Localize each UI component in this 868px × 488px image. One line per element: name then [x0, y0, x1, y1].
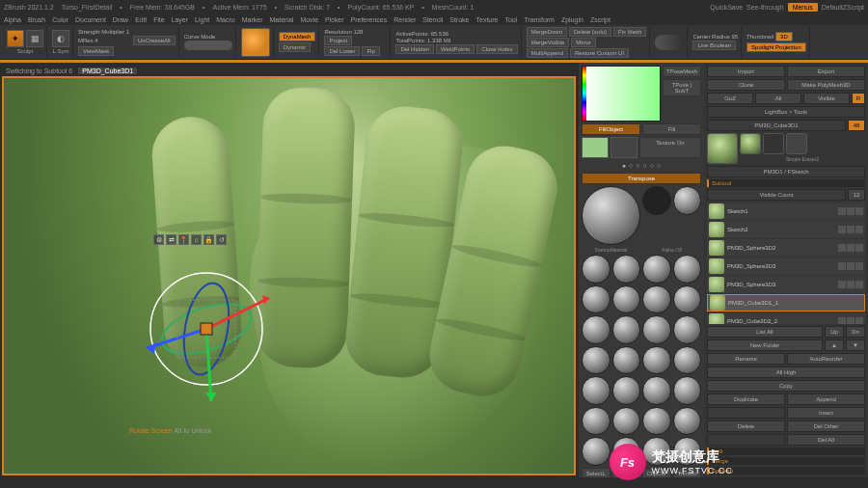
brush-preset[interactable] — [612, 346, 641, 375]
fix-mesh-button[interactable]: Fix Mesh — [613, 27, 646, 37]
flip-button[interactable]: Flp — [362, 46, 379, 56]
import-button[interactable]: Import — [707, 66, 785, 77]
brush-preset[interactable] — [612, 315, 641, 344]
thumbnail-3d-button[interactable]: 3D — [775, 32, 793, 41]
menu-transform[interactable]: Transform — [524, 16, 555, 23]
sculpt-mode-icon[interactable]: ✦ — [7, 30, 24, 47]
brush-preset[interactable] — [582, 285, 610, 314]
alpha-thumb-small[interactable] — [786, 133, 807, 154]
menu-render[interactable]: Render — [393, 16, 416, 23]
del-hidden-button[interactable]: Del Hidden — [395, 44, 434, 54]
seethrough-slider[interactable]: See-through — [746, 4, 784, 11]
menu-draw[interactable]: Draw — [113, 16, 128, 23]
newfolder-button[interactable]: New Folder — [707, 339, 823, 351]
allhigh-button[interactable]: All High — [707, 366, 865, 378]
menu-color[interactable]: Color — [52, 16, 68, 23]
dot-icon[interactable]: ○ — [657, 162, 661, 169]
brush-preset[interactable] — [612, 437, 641, 466]
brush-preset[interactable] — [612, 255, 641, 284]
brush-smooth[interactable] — [612, 407, 641, 436]
copy-button[interactable]: Copy — [707, 380, 865, 392]
goz-visible-button[interactable]: Visible — [803, 93, 850, 104]
delete-solo-button[interactable]: Delete (solo) — [569, 27, 611, 37]
eraser-thumb[interactable] — [763, 133, 784, 154]
brush-preset[interactable] — [612, 285, 641, 314]
make-polymesh-button[interactable]: Make PolyMesh3D — [787, 79, 865, 91]
menu-macro[interactable]: Macro — [216, 16, 234, 23]
subtool-item[interactable]: PM3D_Cube3D2_2 — [707, 312, 865, 324]
reset-icon[interactable]: ↺ — [216, 234, 227, 245]
fill-button[interactable]: Fill — [642, 123, 701, 135]
menu-stencil[interactable]: Stencil — [422, 16, 443, 23]
viewport-canvas[interactable]: ⚙ ⇄ 📍 ⌂ 🔒 ↺ Rotate Screen Alt to — [2, 76, 576, 475]
dynamic-button[interactable]: Dynamic — [279, 42, 311, 52]
dynamesh-preview[interactable] — [241, 28, 270, 57]
menu-preferences[interactable]: Preferences — [351, 16, 388, 23]
goz-button[interactable]: GoZ — [707, 93, 753, 104]
brush-gizmo[interactable] — [673, 407, 702, 436]
del-lower-button[interactable]: Del Lower — [324, 46, 360, 56]
project-button[interactable]: Project — [324, 36, 352, 45]
brush-preset[interactable] — [673, 285, 702, 314]
menu-layer[interactable]: Layer — [172, 16, 189, 23]
delall-button[interactable]: Del All — [787, 434, 865, 446]
arrow-down-icon[interactable]: ▼ — [846, 339, 865, 351]
brush-preset[interactable] — [642, 437, 671, 466]
subtool-item[interactable]: PM3D_Sphere3D3 — [707, 276, 865, 293]
dynamesh-button[interactable]: DynaMesh — [279, 32, 316, 41]
menu-texture[interactable]: Texture — [475, 16, 498, 23]
brush-preset[interactable] — [582, 376, 610, 405]
brush-preset[interactable] — [673, 255, 702, 284]
menu-tool[interactable]: Tool — [504, 16, 517, 23]
menu-light[interactable]: Light — [195, 16, 209, 23]
menu-alpha[interactable]: Alpha — [4, 16, 21, 23]
subtool-item[interactable]: PM3D_Sphere3D3 — [707, 258, 865, 275]
menu-zscript[interactable]: Zscript — [590, 16, 610, 23]
brush-preset[interactable] — [642, 255, 671, 284]
menu-stroke[interactable]: Stroke — [449, 16, 469, 23]
goz-r-button[interactable]: R — [852, 93, 865, 104]
sketch-name[interactable]: PM3D1 / FSketch — [707, 166, 865, 177]
append-button[interactable]: Append — [787, 393, 865, 405]
brush-preset[interactable] — [582, 315, 610, 344]
main-color-swatch[interactable] — [582, 137, 609, 158]
symmetry-icon[interactable]: ◐ — [52, 30, 69, 47]
brush-preset[interactable] — [642, 285, 671, 314]
live-boolean-button[interactable]: Live Boolean — [692, 41, 736, 50]
brush-preset[interactable] — [582, 346, 610, 375]
default-zscript-button[interactable]: DefaultZScript — [822, 4, 864, 11]
mergedown-button[interactable]: MergeDown — [527, 27, 567, 37]
subtool-item[interactable]: PM3D_Sphere3D2 — [707, 239, 865, 257]
texture-on-button[interactable]: Texture On — [639, 137, 701, 158]
delother-button[interactable]: Del Other — [787, 420, 865, 432]
quicksave-button[interactable]: QuickSave — [710, 4, 743, 11]
export-button[interactable]: Export — [787, 66, 865, 77]
swap-icon[interactable]: ⇄ — [166, 234, 176, 245]
secondary-color-swatch[interactable] — [610, 137, 637, 158]
subtool-item-active[interactable]: PM3D_Cube3D1_1 — [707, 294, 865, 312]
weld-button[interactable]: WeldPoints — [436, 44, 475, 54]
fillobject-button[interactable]: FillObject — [582, 123, 640, 135]
mergevisible-button[interactable]: MergeVisible — [527, 38, 570, 47]
strength-slider-label[interactable]: Strength Multiplier 1 — [78, 29, 131, 35]
center-radius-slider[interactable]: Center Radius 95 — [692, 34, 738, 40]
delete-button[interactable]: Delete — [707, 420, 785, 432]
tposemesh-button[interactable]: TPoseMesh — [663, 66, 701, 77]
multiappend-button[interactable]: MultiAppend — [527, 48, 568, 58]
brush-preset[interactable] — [673, 346, 702, 375]
lock-icon[interactable]: 🔒 — [203, 234, 214, 245]
brush-preset[interactable] — [642, 376, 671, 405]
brush-zmodel[interactable] — [642, 407, 671, 436]
brush-preset[interactable] — [642, 315, 671, 344]
moveup-button[interactable]: Up — [825, 326, 844, 338]
selectr-button[interactable]: SelectR — [612, 468, 641, 478]
dynamic-brush-curve[interactable] — [655, 35, 684, 50]
menus-button[interactable]: Menus — [788, 3, 818, 12]
mres-slider[interactable]: MRes 4 — [78, 38, 131, 43]
poly-mode-icon[interactable]: ▦ — [26, 30, 43, 47]
curve-mode-graph[interactable] — [184, 41, 232, 50]
dot-icon[interactable]: ○ — [650, 162, 654, 169]
alpha-thumb[interactable] — [642, 186, 671, 215]
subtool-header[interactable]: Subtool — [707, 179, 865, 187]
dot-icon[interactable]: ○ — [636, 162, 639, 169]
